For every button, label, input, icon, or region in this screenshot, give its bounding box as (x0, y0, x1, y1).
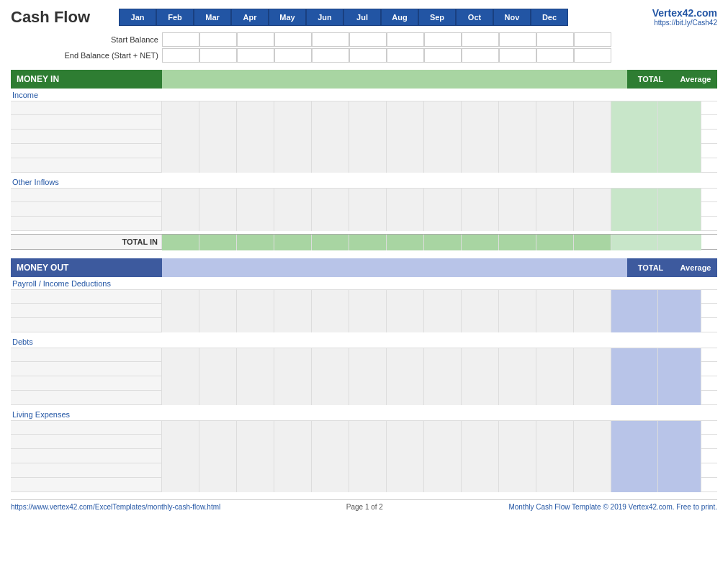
data-cell[interactable] (199, 449, 237, 463)
data-cell[interactable] (349, 421, 387, 435)
data-cell[interactable] (536, 158, 574, 173)
data-cell[interactable] (574, 348, 611, 363)
data-cell[interactable] (162, 101, 199, 116)
data-cell[interactable] (387, 115, 424, 130)
data-cell[interactable] (349, 376, 387, 391)
data-cell[interactable] (237, 362, 274, 376)
data-cell[interactable] (424, 362, 462, 376)
data-cell[interactable] (462, 189, 499, 203)
data-cell[interactable] (424, 144, 462, 158)
data-cell[interactable] (387, 478, 424, 492)
data-cell[interactable] (162, 463, 199, 478)
data-cell[interactable] (162, 115, 199, 130)
data-cell[interactable] (462, 376, 499, 391)
data-cell[interactable] (574, 362, 611, 376)
data-cell[interactable] (424, 478, 462, 492)
data-cell[interactable] (199, 318, 237, 332)
data-cell[interactable] (199, 202, 237, 217)
month-tab-apr[interactable]: Apr (231, 9, 269, 26)
data-cell[interactable] (499, 189, 536, 203)
data-cell[interactable] (312, 362, 349, 376)
data-cell[interactable] (312, 391, 349, 405)
data-cell[interactable] (499, 478, 536, 492)
data-cell[interactable] (536, 463, 574, 478)
data-cell[interactable] (349, 158, 387, 173)
data-cell[interactable] (499, 391, 536, 405)
data-cell[interactable] (274, 478, 312, 492)
data-cell[interactable] (162, 376, 199, 391)
data-cell[interactable] (274, 318, 312, 332)
data-cell[interactable] (312, 318, 349, 332)
data-cell[interactable] (462, 463, 499, 478)
balance-cell[interactable] (574, 48, 611, 63)
data-cell[interactable] (424, 391, 462, 405)
data-cell[interactable] (536, 449, 574, 463)
row-label[interactable] (11, 290, 162, 303)
data-cell[interactable] (349, 304, 387, 318)
data-cell[interactable] (574, 115, 611, 130)
data-cell[interactable] (237, 101, 274, 116)
data-cell[interactable] (312, 463, 349, 478)
data-cell[interactable] (312, 376, 349, 391)
data-cell[interactable] (462, 290, 499, 304)
data-cell[interactable] (237, 348, 274, 363)
data-cell[interactable] (162, 421, 199, 435)
data-cell[interactable] (387, 304, 424, 318)
data-cell[interactable] (237, 144, 274, 158)
data-cell[interactable] (424, 189, 462, 203)
data-cell[interactable] (162, 189, 199, 203)
data-cell[interactable] (574, 304, 611, 318)
balance-cell[interactable] (499, 32, 536, 47)
data-cell[interactable] (424, 202, 462, 217)
data-cell[interactable] (199, 115, 237, 130)
data-cell[interactable] (274, 463, 312, 478)
balance-cell[interactable] (574, 32, 611, 47)
data-cell[interactable] (237, 463, 274, 478)
row-label[interactable] (11, 202, 162, 216)
balance-cell[interactable] (349, 48, 387, 63)
month-tab-jul[interactable]: Jul (343, 9, 381, 26)
data-cell[interactable] (199, 130, 237, 144)
row-label[interactable] (11, 158, 162, 172)
data-cell[interactable] (349, 435, 387, 449)
data-cell[interactable] (312, 290, 349, 304)
data-cell[interactable] (349, 290, 387, 304)
data-cell[interactable] (199, 362, 237, 376)
balance-cell[interactable] (387, 32, 424, 47)
data-cell[interactable] (237, 449, 274, 463)
data-cell[interactable] (462, 318, 499, 332)
month-tab-jan[interactable]: Jan (119, 9, 156, 26)
data-cell[interactable] (237, 435, 274, 449)
data-cell[interactable] (424, 348, 462, 363)
data-cell[interactable] (462, 362, 499, 376)
data-cell[interactable] (536, 348, 574, 363)
data-cell[interactable] (349, 217, 387, 231)
data-cell[interactable] (499, 101, 536, 116)
data-cell[interactable] (424, 449, 462, 463)
data-cell[interactable] (387, 362, 424, 376)
balance-cell[interactable] (462, 32, 499, 47)
data-cell[interactable] (574, 391, 611, 405)
month-tab-nov[interactable]: Nov (493, 9, 531, 26)
balance-cell[interactable] (462, 48, 499, 63)
data-cell[interactable] (312, 130, 349, 144)
data-cell[interactable] (274, 130, 312, 144)
data-cell[interactable] (312, 304, 349, 318)
data-cell[interactable] (199, 348, 237, 363)
balance-cell[interactable] (237, 48, 274, 63)
balance-cell[interactable] (499, 48, 536, 63)
data-cell[interactable] (574, 202, 611, 217)
data-cell[interactable] (237, 130, 274, 144)
data-cell[interactable] (274, 304, 312, 318)
data-cell[interactable] (424, 158, 462, 173)
month-tab-sep[interactable]: Sep (418, 9, 456, 26)
month-tab-may[interactable]: May (269, 9, 306, 26)
data-cell[interactable] (349, 115, 387, 130)
data-cell[interactable] (574, 449, 611, 463)
data-cell[interactable] (274, 217, 312, 231)
row-label[interactable] (11, 130, 162, 143)
row-label[interactable] (11, 144, 162, 158)
balance-cell[interactable] (274, 48, 312, 63)
data-cell[interactable] (162, 304, 199, 318)
row-label[interactable] (11, 217, 162, 230)
